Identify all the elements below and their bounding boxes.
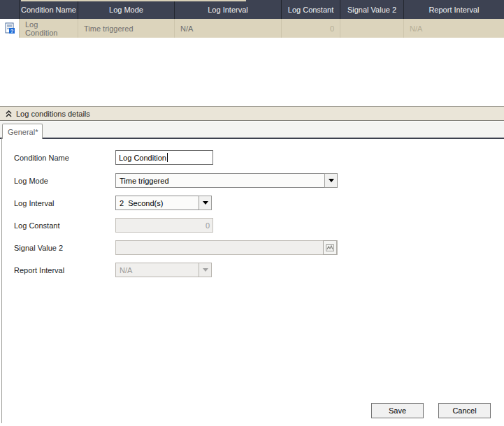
signal-value-2-input [115,240,338,255]
row-icon-cell[interactable]: ? [0,19,20,38]
log-constant-label: Log Constant [14,221,59,230]
tab-general[interactable]: General* [2,124,43,139]
column-header-report-interval[interactable]: Report Interval [404,0,504,19]
table-row[interactable]: ? Log Condition Time triggered N/A 0 N/A [0,19,504,38]
log-mode-dropdown-button[interactable] [324,173,338,188]
log-constant-input: 0 [115,218,213,233]
document-question-icon: ? [4,22,15,35]
cancel-button[interactable]: Cancel [438,403,491,418]
log-conditions-window: Condition Name Log Mode Log Interval Log… [0,0,504,426]
cell-value: N/A [180,24,193,33]
column-header-log-constant[interactable]: Log Constant [282,0,340,19]
column-header-condition-name[interactable]: Condition Name [20,0,78,19]
column-header-log-interval[interactable]: Log Interval [175,0,282,19]
condition-name-label: Condition Name [14,154,69,162]
save-button[interactable]: Save [371,403,424,418]
tab-strip [0,122,504,138]
panel-left-border [1,138,2,423]
condition-name-value: Log Condition [119,154,166,162]
text-caret [167,153,168,162]
cell-value: Time triggered [84,24,134,33]
cell-value: Log Condition [25,20,72,37]
column-header-label: Report Interval [429,6,479,14]
column-header-label: Signal Value 2 [347,6,396,14]
log-interval-dropdown[interactable]: 2 Second(s) [115,196,212,210]
log-interval-dropdown-button[interactable] [199,196,212,210]
column-header-signal-value-2[interactable]: Signal Value 2 [340,0,404,19]
signal-picker-button[interactable] [323,240,337,255]
chevron-down-icon [329,179,334,182]
row-cell-log-constant[interactable]: 0 [282,19,340,38]
grid-header-row: Condition Name Log Mode Log Interval Log… [0,0,504,19]
column-header-label: Log Constant [288,6,333,14]
section-title: Log conditions details [16,110,90,118]
row-cell-condition-name[interactable]: Log Condition [20,19,78,38]
cell-value: N/A [410,24,422,33]
log-mode-label: Log Mode [14,177,48,185]
column-header-log-mode[interactable]: Log Mode [78,0,175,19]
waveform-icon [326,244,334,251]
column-header-label: Log Interval [208,6,247,14]
row-cell-signal-value-2[interactable] [340,19,404,38]
report-interval-label: Report Interval [14,266,64,274]
report-interval-dropdown: N/A [115,263,212,277]
condition-name-input[interactable]: Log Condition [115,150,213,165]
chevron-down-icon [203,268,208,272]
row-cell-log-interval[interactable]: N/A [175,19,282,38]
log-interval-label: Log Interval [14,199,54,207]
grid-top-strip [21,0,246,1]
svg-text:?: ? [10,27,13,34]
row-cell-log-mode[interactable]: Time triggered [78,19,175,38]
tab-content-top-border [0,138,504,139]
collapse-chevrons-up-icon[interactable] [6,110,12,117]
tab-label: General* [8,128,38,136]
column-header-label: Condition Name [21,6,76,14]
log-mode-dropdown[interactable]: Time triggered [115,173,338,188]
log-conditions-details-header[interactable]: Log conditions details [0,106,504,121]
log-interval-value: 2 Second(s) [116,196,199,210]
log-mode-value: Time triggered [116,174,324,187]
report-interval-dropdown-button [199,263,212,277]
chevron-down-icon [203,201,208,205]
report-interval-value: N/A [116,263,199,277]
column-header-icon[interactable] [0,0,20,19]
column-header-label: Log Mode [109,6,143,14]
cell-value: 0 [330,24,334,33]
signal-value-2-label: Signal Value 2 [14,244,63,252]
log-constant-value: 0 [206,221,210,230]
row-cell-report-interval[interactable]: N/A [404,19,504,38]
